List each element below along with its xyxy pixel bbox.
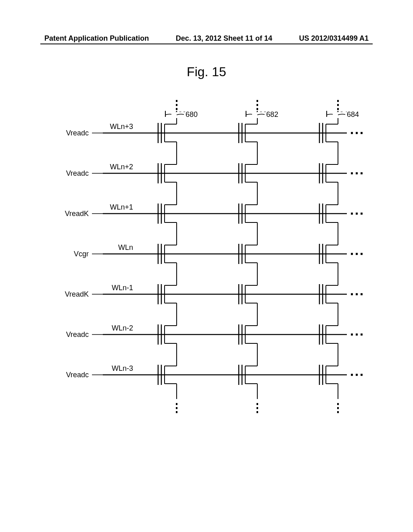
svg-rect-68: [361, 213, 363, 215]
svg-text:WLn-3: WLn-3: [112, 364, 133, 372]
header-center: Dec. 13, 2012 Sheet 11 of 14: [176, 34, 272, 43]
svg-text:Vcgr: Vcgr: [74, 250, 89, 258]
svg-text:Vreadc: Vreadc: [66, 371, 89, 379]
svg-rect-217: [245, 100, 247, 102]
svg-rect-166: [351, 374, 353, 376]
svg-rect-198: [337, 411, 339, 413]
svg-rect-141: [351, 334, 353, 336]
svg-text:VreadK: VreadK: [65, 290, 89, 298]
circuit-diagram: 680682684VreadcWLn+3VreadcWLn+2VreadKWLn…: [40, 97, 363, 439]
svg-text:VreadK: VreadK: [65, 210, 89, 218]
svg-rect-224: [325, 104, 328, 106]
svg-rect-117: [356, 293, 358, 295]
svg-text:680: 680: [186, 110, 198, 118]
svg-rect-91: [351, 253, 353, 255]
svg-rect-66: [351, 213, 353, 215]
svg-rect-213: [164, 108, 167, 110]
svg-rect-192: [257, 403, 258, 405]
svg-rect-188: [176, 403, 177, 405]
svg-text:Vreadc: Vreadc: [66, 129, 89, 137]
svg-rect-215: [257, 104, 258, 106]
svg-rect-43: [361, 172, 363, 175]
svg-rect-216: [257, 108, 258, 110]
svg-text:WLn+3: WLn+3: [110, 123, 133, 131]
svg-rect-211: [164, 100, 167, 102]
svg-text:WLn+2: WLn+2: [110, 163, 133, 171]
svg-rect-168: [361, 374, 363, 376]
svg-rect-222: [337, 108, 339, 110]
svg-text:682: 682: [266, 110, 278, 118]
svg-rect-194: [257, 411, 258, 413]
svg-rect-167: [356, 374, 358, 376]
svg-rect-221: [337, 104, 339, 106]
svg-rect-92: [356, 253, 358, 255]
svg-text:684: 684: [347, 110, 359, 118]
circuit-svg: 680682684VreadcWLn+3VreadcWLn+2VreadKWLn…: [40, 97, 363, 439]
svg-rect-197: [337, 407, 339, 409]
svg-rect-17: [356, 132, 358, 134]
svg-rect-143: [361, 334, 363, 336]
svg-text:WLn-2: WLn-2: [112, 324, 133, 332]
header-left: Patent Application Publication: [44, 34, 149, 43]
svg-rect-210: [176, 108, 177, 110]
svg-rect-220: [337, 100, 339, 102]
svg-rect-18: [361, 132, 363, 134]
svg-rect-209: [176, 104, 177, 106]
svg-rect-225: [325, 108, 328, 110]
header-border: [40, 44, 373, 44]
svg-rect-190: [176, 411, 177, 413]
header-right: US 2012/0314499 A1: [299, 34, 369, 43]
svg-text:Vreadc: Vreadc: [66, 330, 89, 339]
svg-rect-93: [361, 253, 363, 255]
svg-rect-218: [245, 104, 247, 106]
figure-title: Fig. 15: [0, 64, 413, 79]
svg-rect-16: [351, 132, 353, 134]
svg-rect-212: [164, 104, 167, 106]
svg-text:WLn+1: WLn+1: [110, 203, 133, 211]
svg-rect-223: [325, 100, 328, 102]
page-header: Patent Application Publication Dec. 13, …: [0, 34, 413, 43]
svg-rect-142: [356, 334, 358, 336]
svg-rect-42: [356, 172, 358, 175]
svg-rect-67: [356, 213, 358, 215]
svg-text:WLn: WLn: [118, 243, 133, 251]
svg-rect-193: [257, 407, 258, 409]
svg-rect-118: [361, 293, 363, 295]
svg-rect-189: [176, 407, 177, 409]
svg-rect-41: [351, 172, 353, 175]
svg-text:WLn-1: WLn-1: [112, 284, 133, 292]
svg-rect-208: [176, 100, 177, 102]
svg-text:Vreadc: Vreadc: [66, 169, 89, 177]
svg-rect-219: [245, 108, 247, 110]
svg-rect-116: [351, 293, 353, 295]
svg-rect-196: [337, 403, 339, 405]
svg-rect-214: [257, 100, 258, 102]
